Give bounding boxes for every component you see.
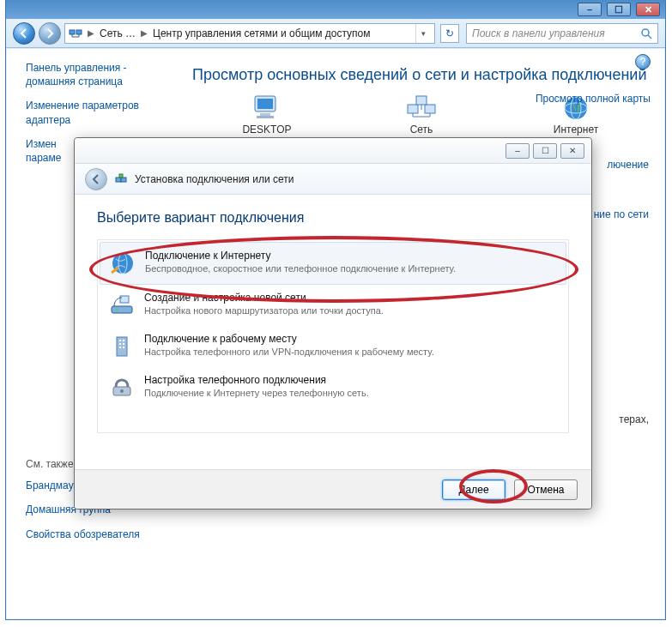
network-group-icon [383,93,460,124]
wizard-title: Установка подключения или сети [135,173,294,185]
option-new-network[interactable]: Создание и настройка новой сети Настройк… [100,285,566,326]
node-label: DESKTOP [228,124,306,136]
wizard-heading: Выберите вариант подключения [97,210,569,226]
wizard-header: Установка подключения или сети [75,164,591,195]
network-icon [69,27,82,40]
svg-point-2 [642,29,649,36]
help-icon[interactable]: ? [635,54,651,69]
breadcrumb-root[interactable]: Сеть … [100,27,136,39]
svg-rect-1 [76,30,82,34]
chevron-right-icon: ▶ [88,28,94,38]
partial-link[interactable]: ние по сети [594,208,649,220]
chevron-right-icon: ▶ [141,28,148,38]
back-button[interactable] [13,22,35,45]
computer-icon [228,93,306,124]
option-internet[interactable]: Подключение к Интернету Беспроводное, ск… [100,242,566,285]
svg-rect-22 [119,340,121,341]
svg-rect-25 [123,343,124,345]
node-desktop: DESKTOP [228,93,306,136]
svg-rect-0 [70,30,75,34]
phone-icon [108,374,136,401]
wizard-body: Выберите вариант подключения Подключение… [75,195,591,442]
forward-button[interactable] [39,22,61,45]
address-bar[interactable]: ▶ Сеть … ▶ Центр управления сетями и общ… [64,23,435,44]
wizard-footer: Далее Отмена [75,469,591,509]
svg-rect-14 [121,178,126,182]
svg-rect-20 [120,296,129,303]
svg-rect-9 [416,96,427,105]
option-desc: Подключение к Интернету через телефонную… [144,388,369,398]
svg-rect-26 [119,347,121,348]
search-box[interactable]: Поиск в панели управления [466,23,658,44]
svg-rect-21 [117,337,127,356]
svg-rect-5 [260,113,270,116]
page-title: Просмотр основных сведений о сети и наст… [192,66,651,84]
router-icon [108,292,136,319]
wizard-shield-icon [114,172,128,186]
partial-link[interactable]: лючение [607,159,649,171]
svg-rect-6 [257,116,274,118]
wizard-minimize-button[interactable]: – [506,143,530,159]
option-dialup[interactable]: Настройка телефонного подключения Подклю… [100,367,566,408]
option-title: Создание и настройка новой сети [144,292,384,304]
globe-icon [109,250,136,277]
titlebar: – ☐ ✕ [6,0,665,19]
see-also-internet-options[interactable]: Свойства обозревателя [26,528,170,541]
breadcrumb-dropdown[interactable]: ▾ [415,24,431,43]
node-label: Сеть [383,124,460,136]
breadcrumb-leaf[interactable]: Центр управления сетями и общим доступом [153,27,371,39]
wizard-back-button[interactable] [85,168,107,190]
option-title: Подключение к рабочему месту [144,333,434,345]
minimize-button[interactable]: – [578,3,602,16]
wizard-dialog: – ☐ ✕ Установка подключения или сети Выб… [74,137,592,509]
svg-point-29 [120,389,124,393]
building-icon [108,333,136,360]
maximize-button[interactable]: ☐ [607,3,631,16]
svg-rect-15 [119,174,123,178]
svg-rect-8 [425,105,435,113]
close-button[interactable]: ✕ [636,3,660,16]
search-icon [640,27,652,39]
option-list: Подключение к Интернету Беспроводное, ск… [97,239,569,433]
svg-rect-18 [112,306,132,313]
svg-rect-13 [116,178,121,182]
node-label: Интернет [537,124,614,136]
cancel-button[interactable]: Отмена [514,479,578,500]
option-workplace[interactable]: Подключение к рабочему месту Настройка т… [100,326,566,367]
option-desc: Настройка нового маршрутизатора или точк… [144,305,384,316]
sidebar-item-adapter[interactable]: Изменение параметров адаптера [26,99,170,126]
svg-rect-27 [123,347,124,348]
search-placeholder: Поиск в панели управления [472,27,605,39]
network-overview: Просмотр полной карты DESKTOP Сеть [192,93,651,136]
svg-rect-23 [123,340,124,341]
option-title: Настройка телефонного подключения [144,374,369,386]
wizard-maximize-button[interactable]: ☐ [533,143,557,159]
node-network: Сеть [383,93,460,136]
option-title: Подключение к Интернету [145,250,456,262]
svg-rect-7 [408,105,418,113]
toolbar: ▶ Сеть … ▶ Центр управления сетями и общ… [6,19,665,48]
sidebar-home[interactable]: Панель управления - домашняя страница [26,61,170,88]
svg-rect-24 [119,343,121,345]
svg-point-19 [116,309,118,311]
refresh-button[interactable]: ↻ [440,24,459,43]
option-desc: Настройка телефонного или VPN-подключени… [144,347,434,357]
option-desc: Беспроводное, скоростное или телефонное … [145,263,456,274]
wizard-close-button[interactable]: ✕ [560,143,584,159]
partial-text: терах, [619,413,649,425]
next-button[interactable]: Далее [442,479,506,500]
svg-rect-4 [257,99,273,109]
full-map-link[interactable]: Просмотр полной карты [536,93,651,105]
wizard-titlebar: – ☐ ✕ [75,138,591,164]
